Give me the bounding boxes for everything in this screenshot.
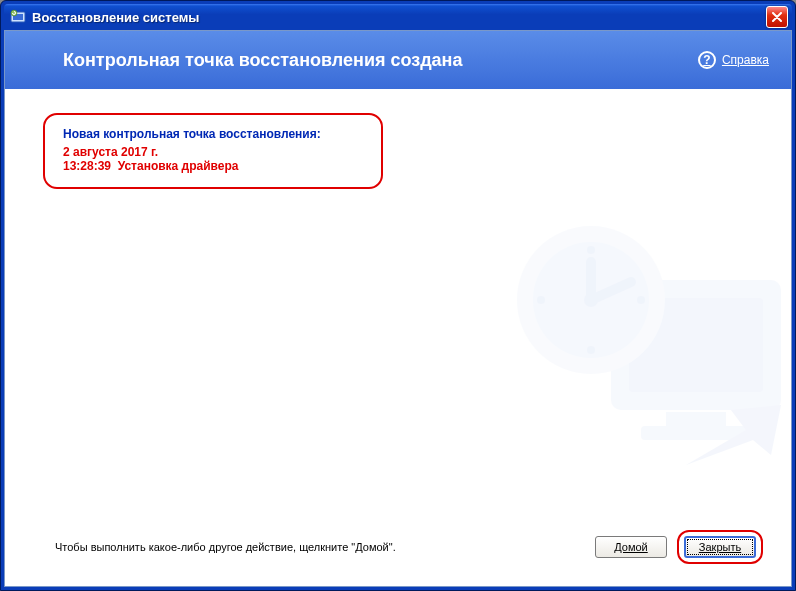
main-area: Новая контрольная точка восстановления: …	[5, 89, 791, 520]
restore-point-description: Установка драйвера	[118, 159, 239, 173]
help-label: Справка	[722, 53, 769, 67]
page-heading: Контрольная точка восстановления создана	[63, 50, 698, 71]
help-link[interactable]: ? Справка	[698, 51, 769, 69]
close-window-button[interactable]	[766, 6, 788, 28]
svg-rect-3	[611, 280, 781, 410]
header-band: Контрольная точка восстановления создана…	[5, 31, 791, 89]
watermark-graphic	[481, 200, 781, 480]
footer-hint: Чтобы выполнить какое-либо другое действ…	[55, 541, 585, 553]
restore-point-time-desc: 13:28:39 Установка драйвера	[63, 159, 363, 173]
close-button[interactable]: Закрыть	[684, 536, 756, 558]
app-icon	[10, 9, 26, 25]
svg-point-15	[587, 346, 595, 354]
svg-point-8	[533, 242, 649, 358]
window-title: Восстановление системы	[32, 10, 766, 25]
svg-point-13	[637, 296, 645, 304]
svg-line-10	[591, 282, 631, 300]
footer: Чтобы выполнить какое-либо другое действ…	[5, 520, 791, 586]
close-button-highlight: Закрыть	[677, 530, 763, 564]
help-icon: ?	[698, 51, 716, 69]
home-button[interactable]: Домой	[595, 536, 667, 558]
restore-point-box: Новая контрольная точка восстановления: …	[43, 113, 383, 189]
svg-point-9	[584, 293, 598, 307]
svg-point-2	[11, 10, 17, 16]
svg-point-12	[587, 246, 595, 254]
restore-point-date: 2 августа 2017 г.	[63, 145, 363, 159]
restore-point-title: Новая контрольная точка восстановления:	[63, 127, 363, 141]
svg-rect-5	[666, 412, 726, 426]
content-area: Контрольная точка восстановления создана…	[4, 30, 792, 587]
svg-point-14	[537, 296, 545, 304]
titlebar[interactable]: Восстановление системы	[4, 4, 792, 30]
svg-rect-4	[629, 298, 763, 392]
svg-point-7	[517, 226, 665, 374]
close-icon	[772, 12, 782, 22]
svg-rect-6	[641, 426, 751, 440]
system-restore-window: Восстановление системы Контрольная точка…	[0, 0, 796, 591]
restore-point-time: 13:28:39	[63, 159, 111, 173]
